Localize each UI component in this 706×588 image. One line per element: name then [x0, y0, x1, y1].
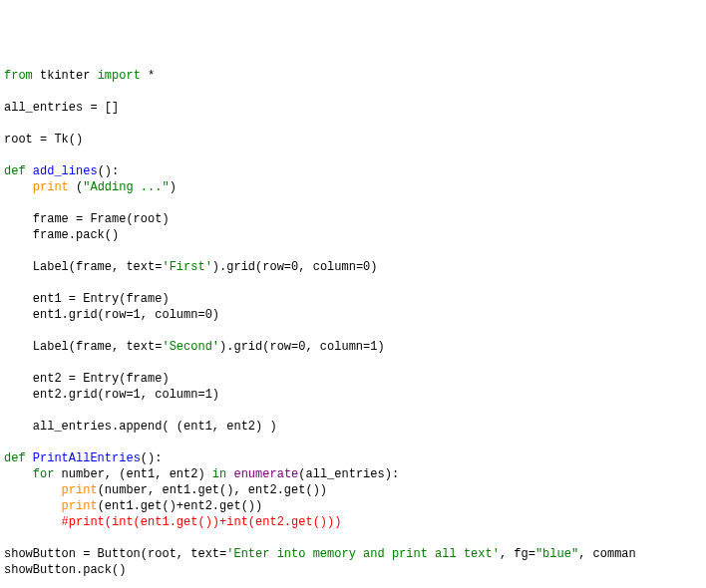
code-token: ): [170, 180, 176, 194]
code-token: , comman: [578, 547, 636, 561]
code-token: 'Second': [162, 340, 219, 354]
code-token: [4, 499, 62, 513]
code-token: "blue": [535, 547, 578, 561]
code-token: showButton = Button(root, text=: [4, 547, 226, 561]
code-token: (: [69, 180, 83, 194]
code-token: ent1 = Entry(frame): [4, 292, 170, 306]
code-block: from tkinter import * all_entries = [] r…: [4, 68, 702, 588]
code-token: print: [62, 483, 98, 497]
code-token: (all_entries):: [298, 467, 399, 481]
code-token: ).grid(row=0, column=0): [212, 260, 378, 274]
code-token: ent2.grid(row=1, column=1): [4, 388, 219, 402]
code-token: Label(frame, text=: [4, 260, 162, 274]
code-token: [4, 515, 62, 529]
code-token: from: [4, 69, 33, 83]
code-token: def: [4, 164, 26, 178]
code-token: [4, 180, 33, 194]
code-token: ent1.grid(row=1, column=0): [4, 308, 219, 322]
code-token: 'Enter into memory and print all text': [226, 547, 500, 561]
code-token: ent2 = Entry(frame): [4, 372, 170, 386]
code-token: , fg=: [500, 547, 535, 561]
code-token: add_lines: [33, 164, 98, 178]
code-token: "Adding ...": [83, 180, 169, 194]
code-token: frame.pack(): [4, 228, 119, 242]
code-token: (number, ent1.get(), ent2.get()): [98, 483, 327, 497]
code-token: 'First': [162, 260, 211, 274]
code-token: PrintAllEntries: [33, 451, 141, 465]
code-token: def: [4, 451, 26, 465]
code-token: ():: [141, 451, 163, 465]
code-token: showButton.pack(): [4, 563, 126, 577]
code-token: (ent1.get()+ent2.get()): [98, 499, 263, 513]
code-token: *: [141, 69, 155, 83]
code-token: import: [98, 69, 141, 83]
code-token: ).grid(row=0, column=1): [219, 340, 385, 354]
code-token: root = Tk(): [4, 133, 83, 147]
code-token: ():: [98, 164, 120, 178]
code-token: print: [62, 499, 98, 513]
code-token: all_entries = []: [4, 101, 119, 115]
code-token: number, (ent1, ent2): [54, 467, 211, 481]
code-token: [4, 483, 62, 497]
code-token: frame = Frame(root): [4, 212, 170, 226]
code-token: in: [212, 467, 226, 481]
code-token: [26, 164, 33, 178]
code-token: [26, 451, 33, 465]
code-token: tkinter: [33, 69, 98, 83]
code-token: all_entries.append( (ent1, ent2) ): [4, 420, 277, 434]
code-token: #print(int(ent1.get())+int(ent2.get())): [62, 515, 342, 529]
code-token: for: [33, 467, 55, 481]
code-token: Label(frame, text=: [4, 340, 162, 354]
code-token: [4, 467, 33, 481]
code-token: print: [33, 180, 69, 194]
code-token: enumerate: [233, 467, 298, 481]
